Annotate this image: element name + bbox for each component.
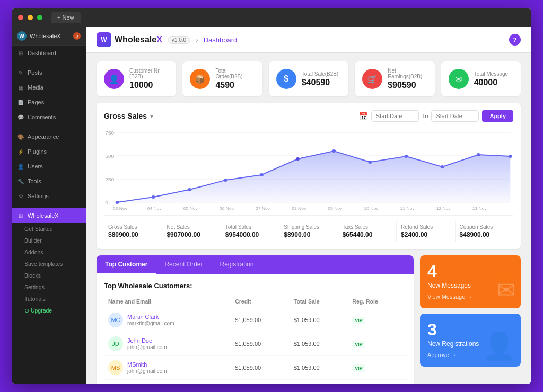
col-total-sale: Total Sale — [290, 295, 348, 308]
users-icon: 👤 — [17, 163, 24, 170]
customer-email-2: john@gmail.com — [127, 368, 167, 374]
side-card-registrations: 3 New Registrations Approve → 👤 — [420, 314, 521, 367]
table-row: JD John Doe john@gmail.com $1,059.00 — [104, 332, 406, 356]
wholesalex-icon: ⊞ — [17, 212, 24, 219]
avatar-cell-1: JD John Doe john@gmail.com — [108, 336, 226, 351]
customer-name-2: MSmith — [127, 361, 167, 368]
col-reg-role: Reg. Role — [348, 295, 406, 308]
tab-registration[interactable]: Registration — [211, 255, 262, 274]
col-name-email: Name and Email — [104, 295, 231, 308]
stat-info-customers: Customer Nr (B2B) 10000 — [129, 68, 169, 90]
svg-marker-8 — [117, 151, 510, 202]
sales-refund: Refund Sales $2400.00 — [396, 221, 454, 242]
svg-point-13 — [260, 173, 264, 176]
stat-info-messages: Total Message 40000 — [474, 71, 508, 87]
svg-text:08 Nov: 08 Nov — [292, 206, 306, 210]
dashboard-icon: ⊞ — [17, 49, 24, 57]
sidebar-item-plugins[interactable]: ⚡ Plugins — [12, 144, 86, 159]
date-to-label: To — [422, 113, 428, 119]
sales-shipping-value: $8900.00 — [284, 231, 333, 238]
close-dot[interactable] — [18, 15, 23, 20]
stat-label-messages: Total Message — [474, 71, 508, 77]
sidebar-label-dashboard: Dashboard — [28, 50, 56, 56]
stat-value-orders: 4590 — [215, 81, 255, 90]
submenu-addons[interactable]: Addons — [12, 246, 86, 258]
submenu-builder[interactable]: Builder — [12, 235, 86, 246]
stat-value-earnings: $90590 — [388, 81, 427, 90]
sidebar-item-comments[interactable]: 💬 Comments — [12, 110, 86, 124]
table-row: MC Martin Clark marktin@gmail.com $1,059… — [104, 308, 406, 332]
sidebar-label-pages: Pages — [28, 99, 44, 105]
submenu-blocks[interactable]: Blocks — [12, 270, 86, 281]
help-button[interactable]: ? — [509, 34, 521, 46]
end-date-input[interactable] — [431, 110, 479, 122]
wp-sidebar: W WholesaleX 0 ⊞ Dashboard ✎ Posts ▦ Med… — [12, 27, 86, 384]
submenu-settings[interactable]: Settings — [12, 281, 86, 293]
stat-label-earnings: Net Earnings(B2B) — [388, 68, 427, 79]
sales-tax: Taxs Sales $65440.00 — [338, 221, 396, 242]
orders-icon: 📦 — [190, 69, 210, 89]
svg-point-16 — [368, 161, 372, 164]
svg-point-10 — [152, 195, 155, 199]
submenu-save-templates[interactable]: Save templates — [12, 258, 86, 270]
minimize-dot[interactable] — [28, 15, 33, 20]
stat-card-sales: $ Total Sale(B2B) $40590 — [269, 61, 348, 96]
sidebar-item-tools[interactable]: 🔧 Tools — [12, 174, 86, 189]
site-name: WholesaleX — [30, 33, 61, 39]
bottom-section: Top Customer Recent Order Registration T… — [86, 249, 531, 384]
tab-recent-order[interactable]: Recent Order — [156, 255, 211, 274]
sales-tax-value: $65440.00 — [343, 231, 392, 238]
sidebar-item-users[interactable]: 👤 Users — [12, 159, 86, 174]
browser-tab[interactable]: + New — [51, 12, 81, 23]
submenu-tutorials[interactable]: Tutorials — [12, 293, 86, 305]
svg-text:10 Nov: 10 Nov — [364, 206, 378, 210]
stat-card-messages: ✉ Total Message 40000 — [441, 61, 521, 96]
sales-coupon-value: $48900.00 — [460, 231, 509, 238]
customer-role-0: VIP — [348, 308, 406, 332]
svg-text:13 Nov: 13 Nov — [472, 206, 487, 210]
stats-row: 👤 Customer Nr (B2B) 10000 📦 Total Order(… — [86, 53, 531, 96]
vip-badge-1: VIP — [352, 341, 365, 348]
breadcrumb-current: Dashboard — [204, 36, 238, 44]
customer-role-2: VIP — [348, 356, 406, 380]
wp-admin-layout: W WholesaleX 0 ⊞ Dashboard ✎ Posts ▦ Med… — [12, 27, 531, 384]
chart-title-chevron: ▼ — [149, 113, 154, 119]
sidebar-item-media[interactable]: ▦ Media — [12, 80, 86, 95]
vip-badge-2: VIP — [352, 364, 365, 372]
customer-credit-1: $1,059.00 — [231, 332, 290, 356]
sidebar-label-posts: Posts — [28, 69, 42, 76]
apply-button[interactable]: Apply — [482, 110, 513, 122]
tab-top-customer[interactable]: Top Customer — [97, 255, 156, 274]
vip-badge-0: VIP — [352, 317, 365, 324]
chart-title: Gross Sales ▼ — [104, 112, 154, 120]
sidebar-item-wholesalex[interactable]: ⊞ WholesaleX — [12, 208, 86, 223]
sales-net-label: Net Sales — [167, 224, 216, 230]
menu-separator-3 — [12, 206, 86, 206]
stat-label-sales: Total Sale(B2B) — [302, 71, 338, 77]
avatar-2: MS — [108, 360, 123, 375]
sidebar-item-appearance[interactable]: 🎨 Appearance — [12, 129, 86, 144]
settings-icon: ⚙ — [17, 192, 24, 200]
sales-shipping: Shipping Sales $8900.00 — [279, 221, 337, 242]
stat-card-earnings: 🛒 Net Earnings(B2B) $90590 — [355, 61, 434, 96]
table-row: MS MSmith john@gmail.com $1,059.00 — [104, 356, 406, 380]
side-card-messages: 4 New Messages View Message → ✉ — [420, 255, 521, 308]
start-date-input[interactable] — [371, 110, 419, 122]
sidebar-item-dashboard[interactable]: ⊞ Dashboard — [12, 46, 86, 60]
submenu-upgrade[interactable]: ⊙ Upgrade — [12, 305, 86, 316]
stat-label-customers: Customer Nr (B2B) — [129, 68, 169, 79]
svg-text:03 Nov: 03 Nov — [113, 206, 127, 210]
earnings-icon: 🛒 — [362, 69, 382, 89]
chart-header: Gross Sales ▼ 📅 To Apply — [104, 110, 513, 122]
submenu-get-started[interactable]: Get Started — [12, 223, 86, 235]
avatar-cell-0: MC Martin Clark marktin@gmail.com — [108, 313, 226, 327]
customer-credit-2: $1,059.00 — [231, 356, 290, 380]
sidebar-item-settings[interactable]: ⚙ Settings — [12, 189, 86, 203]
customer-body: Top Wholesale Customers: Name and Email … — [97, 274, 414, 384]
sidebar-item-posts[interactable]: ✎ Posts — [12, 65, 86, 80]
sidebar-item-pages[interactable]: 📄 Pages — [12, 95, 86, 110]
maximize-dot[interactable] — [37, 15, 42, 20]
sidebar-label-comments: Comments — [28, 114, 56, 120]
sales-coupon-label: Coupon Sales — [460, 224, 509, 230]
sidebar-label-users: Users — [28, 163, 43, 170]
